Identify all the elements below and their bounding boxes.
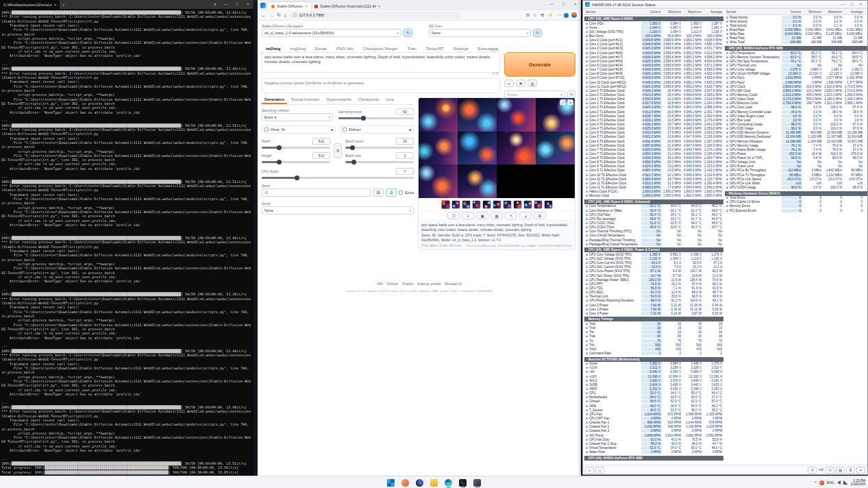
sensor-row[interactable]: CPU Die (average)49.8 °C33.2 °C61.7 °C44… [584, 217, 723, 221]
sensor-row[interactable]: Trfc560560560560 [584, 343, 723, 347]
sensor-row[interactable]: Core 9 T0 Effective Clock4,924.1 MHz23.2… [584, 164, 723, 169]
sensor-row[interactable]: Core 3 T0 Effective Clock4,938.7 MHz29.8… [584, 114, 723, 118]
sensor-row[interactable]: Motherboard38.0 °C33.5 °C40.5 °C37.2 °C [584, 395, 723, 400]
gallery-image-12[interactable] [536, 164, 575, 198]
sensor-row[interactable]: Command Rate2222 [584, 351, 723, 355]
reset-values-icon[interactable]: ↺ [808, 467, 817, 474]
gallery-thumbnail-2[interactable] [451, 200, 460, 209]
sensor-row[interactable]: Package/Ring Thermal ThrottlingNoNoNoNo [584, 238, 723, 242]
sensor-row[interactable]: Core Temperatures52.1 °C33.8 °C64.9 °C46… [584, 204, 723, 208]
sensor-row[interactable]: CPU Fan Duty62.0 %41.0 %70.5 %55.8 % [584, 437, 723, 441]
sensor-row[interactable]: Core Distance to TjMax42.9 °C30.1 °C61.2… [584, 208, 723, 212]
reuse-seed-button[interactable]: ♻ [386, 188, 397, 197]
sensor-row[interactable]: Chipset58.5 °C52.0 °C61.0 °C57.4 °C [584, 400, 723, 404]
sensor-row[interactable]: Core 2 T1 Effective Clock4,912.4 MHz25.9… [584, 110, 723, 114]
gallery-thumbnail-10[interactable] [534, 200, 543, 209]
sensor-group-header[interactable]: ▪Nuvoton NCT6798D (Motherboard) [584, 357, 723, 362]
sampling-steps-slider[interactable] [338, 117, 414, 119]
sensor-row[interactable]: GPU Power302.5 W18.4 W318.2 W276.9 W [725, 151, 867, 156]
subtab-checkpoints[interactable]: Checkpoints [356, 96, 382, 104]
sensor-row[interactable]: Tcas16161616 [584, 321, 723, 326]
hwinfo-tray-icon[interactable] [819, 480, 824, 485]
sensor-row[interactable]: GPU Thermal LimitNoNoNoNo [725, 63, 867, 67]
browser-logo-icon[interactable] [260, 3, 266, 8]
sensor-row[interactable]: GPU Temperature64.3 °C36.2 °C66.1 °C58.4… [725, 51, 867, 55]
sensor-row[interactable]: Read Rate0.000 MB/s0.000 MB/s3.842 MB/s0… [725, 27, 867, 32]
taskbar-clock[interactable]: 1:23 PM 1/19/2024 [851, 479, 865, 487]
prev-column-button[interactable]: « [585, 467, 594, 474]
footer-link-reload-ui[interactable]: Reload UI [445, 282, 461, 286]
sensor-row[interactable]: Core VIDs1.350 V0.994 V1.450 V1.287 V [584, 21, 723, 25]
sensor-row[interactable]: Core 1 Clock (perf #1/2)4,949.6 MHz3,599… [584, 42, 723, 47]
sensor-row[interactable]: Core 1 T1 Effective Clock4,917.8 MHz26.8… [584, 101, 723, 106]
new-tab-button[interactable]: + [60, 0, 67, 9]
sensor-row[interactable]: Core 4 T0 Effective Clock4,936.3 MHz28.7… [584, 122, 723, 126]
forward-icon[interactable]: → [269, 13, 274, 18]
sensor-row[interactable]: Trc75757575 [584, 339, 723, 343]
random-seed-button[interactable]: ⚄ [373, 188, 384, 197]
taskbar-file-explorer[interactable] [430, 478, 439, 487]
footer-link-gradio[interactable]: Gradio [402, 282, 414, 286]
sensor-row[interactable]: Chassis Fan 1986 RPM924 RPM1,044 RPM978 … [584, 421, 723, 425]
clear-prompt-button[interactable]: ✖ [516, 80, 525, 87]
width-slider[interactable] [262, 147, 330, 149]
save-zip-button[interactable]: ▣ [476, 212, 488, 219]
sensor-row[interactable]: Core 3 T1 Effective Clock4,909.1 MHz24.6… [584, 118, 723, 122]
browser-essentials-icon[interactable]: ⚡ [547, 12, 553, 18]
sensor-row[interactable]: Core Thermal Throttling (HTC)NoNoNoNo [584, 230, 723, 234]
sensor-row[interactable]: SoC Voltage (SVI2 TFN)1.100 V1.094 V1.11… [584, 29, 723, 34]
sensor-row[interactable]: GPU Memory Usage76.1 %7.4 %76.9 %67.3 % [725, 143, 867, 147]
subtab-lora[interactable]: Lora [383, 96, 396, 104]
gallery-thumbnail-4[interactable] [472, 200, 481, 209]
close-button[interactable]: × [243, 0, 253, 9]
sensor-row[interactable]: CPU TDC56.8 %7.1 %81.9 %41.6 % [584, 286, 723, 290]
refresh-unet-button[interactable]: ↻ [533, 29, 542, 37]
gallery-image-1[interactable] [419, 98, 458, 132]
tab-close-icon[interactable]: × [54, 3, 56, 7]
taskbar-start[interactable] [386, 478, 396, 487]
sensor-group-header[interactable]: ▪GPU [#0]: NVIDIA GeForce RTX 4080 [725, 46, 867, 51]
sensor-row[interactable]: Vcore1.352 V0.984 V1.440 V1.279 V [584, 362, 723, 366]
sensor-row[interactable]: Fabric Clock (FCLK)1,800.0 MHz1,800.0 MH… [584, 190, 723, 194]
batch-count-input[interactable] [396, 138, 414, 145]
slider-handle[interactable] [361, 116, 366, 121]
extra-seed-checkbox[interactable] [399, 191, 403, 195]
sensor-row[interactable]: CPU Cache L0 Errors0000 [725, 200, 867, 204]
sensor-row[interactable]: CPU CCD1 (Tdie)51.6 °C33.5 °C64.2 °C45.8… [584, 221, 723, 225]
taskbar-settings[interactable] [415, 478, 425, 487]
cfg-scale-slider[interactable] [262, 177, 414, 179]
sensor-row[interactable]: Core 9 T1 Effective Clock4,887.4 MHz19.5… [584, 169, 723, 173]
gallery-image-3[interactable] [497, 98, 536, 132]
more-menu-icon[interactable]: ⋯ [557, 12, 562, 18]
sensor-group-header[interactable]: ▪Memory Timings [584, 317, 723, 321]
sensor-row[interactable]: Write Total348 MB348 MB348 MB348 MB [725, 40, 867, 45]
sensor-group-header[interactable]: ▪CPU [#0]: AMD Ryzen 9 5900X: Power & Cu… [584, 247, 723, 252]
settings-gear-icon[interactable]: ⚙ [846, 467, 855, 474]
sensor-row[interactable]: Core 1 Power7.54 W0.18 W10.12 W5.28 W [584, 307, 723, 311]
seed-input[interactable] [262, 188, 371, 197]
back-icon[interactable]: ← [262, 13, 266, 18]
slider-handle[interactable] [351, 160, 356, 164]
sensor-group-header[interactable]: ▪Windows Hardware Errors (WHEA) [725, 191, 867, 196]
gallery-thumbnail-6[interactable] [493, 200, 501, 209]
copilot-icon[interactable] [571, 12, 577, 18]
send-to-extras-button[interactable]: ⊿ [519, 212, 532, 219]
sensor-row[interactable]: GPU PCIe Link Widthx16x16x16x16 [725, 181, 867, 185]
address-bar[interactable]: ⓘ 127.0.0.1:7860 [289, 12, 460, 19]
taskbar-edge[interactable] [444, 478, 454, 487]
language-indicator[interactable]: ENG [827, 480, 834, 485]
sensor-row[interactable]: CPU OPT Fan0 RPM0 RPM0 RPM0 RPM [584, 416, 723, 420]
sensor-row[interactable]: Vcore1.344 V0.987 V1.444 V1.281 V [584, 25, 723, 29]
sensor-row[interactable]: GPU PCIe Link Speed16.0 GT/s2.5 GT/s16.0… [725, 177, 867, 181]
sensor-row[interactable]: GPU Memory Clock1,313.3 MHz405.0 MHz1,31… [725, 93, 867, 97]
sensor-row[interactable]: CPU52.5 °C34.0 °C65.0 °C46.6 °C [584, 391, 723, 395]
sensor-row[interactable]: GPU Video Clock2,175.0 MHz555.0 MHz2,190… [725, 97, 867, 101]
sensor-row[interactable]: Package/Ring Critical TemperatureNoNoNoN… [584, 242, 723, 246]
paste-params-button[interactable]: ↙ [504, 80, 514, 87]
sensor-row[interactable]: GPU Effective Clock2,789.4 MHz198.7 MHz2… [725, 101, 867, 106]
gallery-image-10[interactable] [458, 164, 497, 198]
tab-close-icon[interactable]: × [378, 4, 381, 8]
sensor-row[interactable]: GPU Voltage LimitNoNoNoNo [725, 160, 867, 164]
next-column-button[interactable]: » [595, 467, 604, 474]
send-to-inpaint-button[interactable]: ✎ [505, 212, 517, 219]
